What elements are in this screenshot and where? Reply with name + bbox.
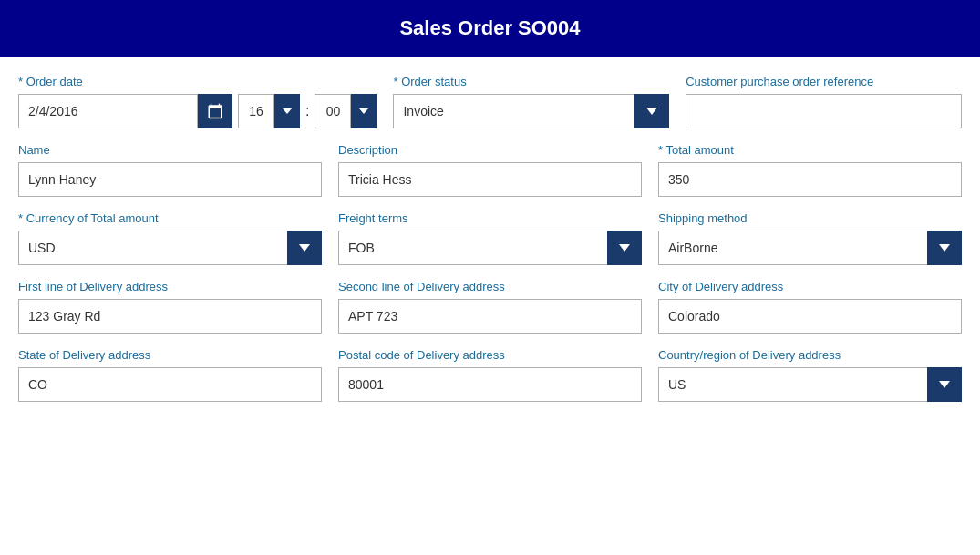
time-colon: : bbox=[304, 103, 311, 119]
currency-label: Currency of Total amount bbox=[18, 211, 322, 225]
city-label: City of Delivery address bbox=[658, 280, 962, 293]
shipping-method-group: Shipping method bbox=[658, 211, 962, 265]
customer-po-input[interactable] bbox=[686, 94, 962, 128]
currency-chevron[interactable] bbox=[287, 231, 322, 265]
order-status-chevron[interactable] bbox=[634, 94, 669, 128]
country-group: Country/region of Delivery address bbox=[658, 348, 962, 402]
postal-group: Postal code of Delivery address bbox=[338, 348, 642, 402]
freight-terms-label: Freight terms bbox=[338, 211, 642, 225]
delivery-address2-label: Second line of Delivery address bbox=[338, 280, 642, 293]
total-amount-input[interactable] bbox=[658, 162, 962, 197]
postal-label: Postal code of Delivery address bbox=[338, 348, 642, 362]
calendar-button[interactable] bbox=[198, 94, 232, 128]
freight-terms-input[interactable] bbox=[338, 231, 642, 265]
total-amount-group: Total amount bbox=[658, 143, 962, 197]
order-date-group: Order date : bbox=[18, 75, 377, 128]
time-minute-chevron[interactable] bbox=[351, 94, 377, 128]
page-title: Sales Order SO004 bbox=[0, 0, 980, 57]
customer-po-label: Customer purchase order reference bbox=[686, 75, 962, 88]
name-group: Name bbox=[18, 143, 322, 197]
shipping-method-chevron[interactable] bbox=[927, 231, 962, 265]
description-input[interactable] bbox=[338, 162, 642, 197]
country-chevron[interactable] bbox=[927, 367, 962, 402]
state-input[interactable] bbox=[18, 367, 322, 402]
order-date-input[interactable] bbox=[18, 94, 198, 128]
delivery-address1-group: First line of Delivery address bbox=[18, 280, 322, 334]
freight-terms-group: Freight terms bbox=[338, 211, 642, 265]
order-date-label: Order date bbox=[18, 75, 377, 88]
order-status-group: Order status bbox=[393, 75, 669, 128]
total-amount-label: Total amount bbox=[658, 143, 962, 157]
freight-terms-chevron[interactable] bbox=[607, 231, 642, 265]
city-input[interactable] bbox=[658, 299, 962, 334]
order-status-label: Order status bbox=[393, 75, 669, 88]
time-minute-group bbox=[315, 94, 377, 128]
delivery-address1-input[interactable] bbox=[18, 299, 322, 334]
customer-po-group: Customer purchase order reference bbox=[686, 75, 962, 128]
time-hour-input[interactable] bbox=[238, 94, 274, 128]
shipping-method-label: Shipping method bbox=[658, 211, 962, 225]
state-group: State of Delivery address bbox=[18, 348, 322, 402]
time-minute-input[interactable] bbox=[315, 94, 351, 128]
time-hour-chevron[interactable] bbox=[274, 94, 300, 128]
state-label: State of Delivery address bbox=[18, 348, 322, 362]
delivery-address2-group: Second line of Delivery address bbox=[338, 280, 642, 334]
time-hour-group bbox=[238, 94, 300, 128]
description-group: Description bbox=[338, 143, 642, 197]
order-status-input[interactable] bbox=[393, 94, 669, 128]
city-group: City of Delivery address bbox=[658, 280, 962, 334]
currency-input[interactable] bbox=[18, 231, 322, 265]
currency-group: Currency of Total amount bbox=[18, 211, 322, 265]
delivery-address1-label: First line of Delivery address bbox=[18, 280, 322, 293]
description-label: Description bbox=[338, 143, 642, 157]
name-label: Name bbox=[18, 143, 322, 157]
country-input[interactable] bbox=[658, 367, 962, 402]
shipping-method-input[interactable] bbox=[658, 231, 962, 265]
delivery-address2-input[interactable] bbox=[338, 299, 642, 334]
country-label: Country/region of Delivery address bbox=[658, 348, 962, 362]
name-input[interactable] bbox=[18, 162, 322, 197]
postal-input[interactable] bbox=[338, 367, 642, 402]
